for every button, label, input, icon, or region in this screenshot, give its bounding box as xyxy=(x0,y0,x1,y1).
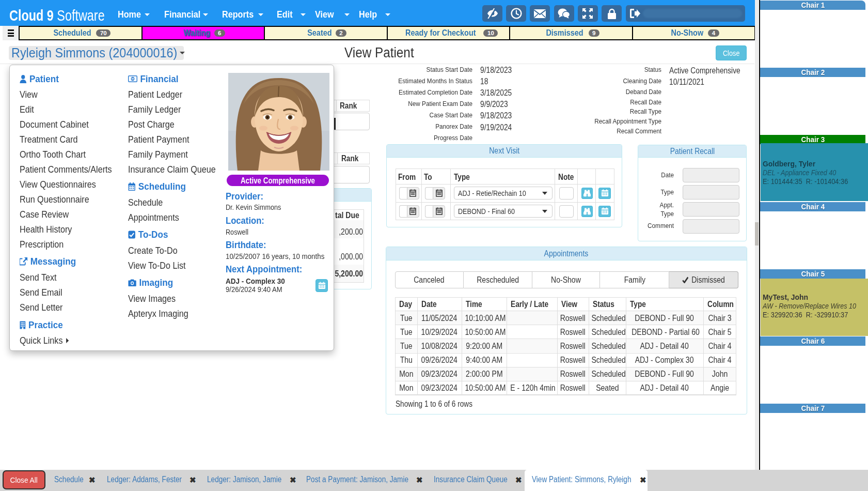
svg-text:1: 1 xyxy=(132,77,134,81)
